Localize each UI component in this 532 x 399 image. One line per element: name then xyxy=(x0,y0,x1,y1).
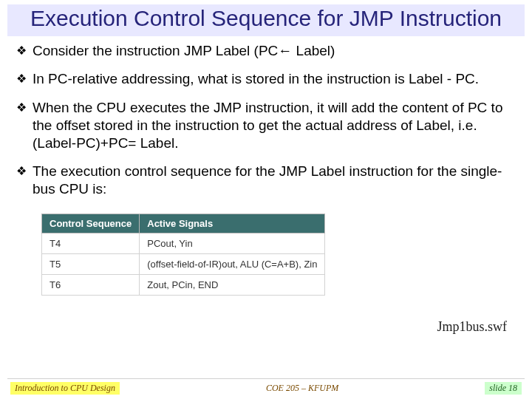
title-bar: Execution Control Sequence for JMP Instr… xyxy=(7,4,525,36)
slide-title: Execution Control Sequence for JMP Instr… xyxy=(13,6,519,32)
diamond-bullet-icon: ❖ xyxy=(16,44,27,58)
bullet-text: Consider the instruction JMP Label (PC← … xyxy=(33,42,335,60)
list-item: ❖ When the CPU executes the JMP instruct… xyxy=(16,99,516,151)
table-header-cell: Active Signals xyxy=(140,214,325,233)
bullet-text: When the CPU executes the JMP instructio… xyxy=(33,99,516,151)
diamond-bullet-icon: ❖ xyxy=(16,100,27,115)
table-cell: T6 xyxy=(42,274,140,295)
list-item: ❖ The execution control sequence for the… xyxy=(16,163,516,198)
slide-footer: Introduction to CPU Design COE 205 – KFU… xyxy=(0,378,532,399)
list-item: ❖ In PC-relative addressing, what is sto… xyxy=(16,70,516,88)
table-row: T4 PCout, Yin xyxy=(42,233,325,253)
table-row: T5 (offset-field-of-IR)out, ALU (C=A+B),… xyxy=(42,253,325,274)
swf-filename-label: Jmp1bus.swf xyxy=(437,319,507,335)
diamond-bullet-icon: ❖ xyxy=(16,164,27,179)
diamond-bullet-icon: ❖ xyxy=(16,72,27,86)
footer-mid: COE 205 – KFUPM xyxy=(266,383,338,394)
control-sequence-table: Control Sequence Active Signals T4 PCout… xyxy=(41,214,325,296)
table-header-row: Control Sequence Active Signals xyxy=(42,214,325,233)
footer-right: slide 18 xyxy=(485,382,522,395)
bullet-text: The execution control sequence for the J… xyxy=(33,163,516,198)
bullet-text: In PC-relative addressing, what is store… xyxy=(33,70,479,88)
table-cell: (offset-field-of-IR)out, ALU (C=A+B), Zi… xyxy=(140,253,325,274)
table-cell: T5 xyxy=(42,253,140,274)
table-cell: T4 xyxy=(42,233,140,253)
table-row: T6 Zout, PCin, END xyxy=(42,274,325,295)
table-cell: Zout, PCin, END xyxy=(140,274,325,295)
footer-left: Introduction to CPU Design xyxy=(10,382,120,395)
list-item: ❖ Consider the instruction JMP Label (PC… xyxy=(16,42,516,60)
bullet-list: ❖ Consider the instruction JMP Label (PC… xyxy=(0,36,532,214)
table-cell: PCout, Yin xyxy=(140,233,325,253)
table-header-cell: Control Sequence xyxy=(42,214,140,233)
control-sequence-table-wrap: Control Sequence Active Signals T4 PCout… xyxy=(41,214,532,296)
